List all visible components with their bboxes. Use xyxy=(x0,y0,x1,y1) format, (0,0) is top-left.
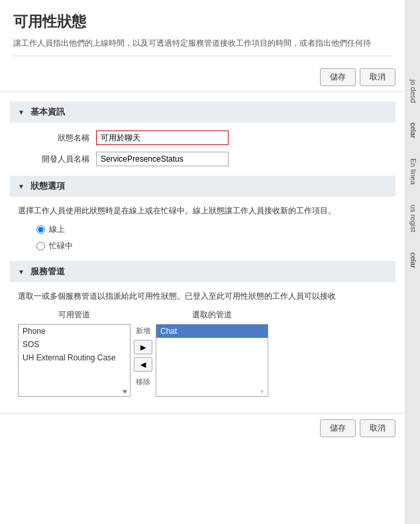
page-wrapper: jo desd celar En linea us regist celar 可… xyxy=(0,0,420,524)
available-channels-label: 可用管道 xyxy=(58,309,90,321)
available-channels-listbox[interactable]: Phone SOS UH External Routing Case ▼ xyxy=(18,324,131,397)
radio-online-input[interactable] xyxy=(36,225,45,234)
remove-button[interactable]: ◀ xyxy=(134,357,152,372)
scroll-down-selected: ▼ xyxy=(259,388,265,395)
service-channels-toggle-icon: ▼ xyxy=(18,268,25,276)
page-title: 可用性狀態 xyxy=(13,12,392,32)
side-panel-text-1: jo desd xyxy=(409,79,417,103)
basic-info-section-header: ▼ 基本資訊 xyxy=(10,101,395,123)
remove-label: 移除 xyxy=(136,377,150,387)
bottom-toolbar: 儲存 取消 xyxy=(0,413,405,443)
side-cancel-2[interactable]: celar xyxy=(409,252,417,268)
status-options-section-header: ▼ 狀態選項 xyxy=(10,176,395,197)
available-channels-column: 可用管道 Phone SOS UH External Routing Case … xyxy=(18,309,131,397)
list-item-phone[interactable]: Phone xyxy=(19,325,130,338)
page-header: 可用性狀態 讓工作人員指出他們的上線時間，以及可透過特定服務管道接收工作項目的時… xyxy=(0,0,405,63)
service-channels-title: 服務管道 xyxy=(30,266,65,276)
service-channels-section-header: ▼ 服務管道 xyxy=(10,261,395,282)
list-item-chat[interactable]: Chat xyxy=(156,325,268,338)
cancel-button-top[interactable]: 取消 xyxy=(360,68,395,86)
selected-channels-label: 選取的管道 xyxy=(192,309,232,321)
side-cancel-1[interactable]: celar xyxy=(409,123,417,138)
status-options-toggle-icon: ▼ xyxy=(18,183,25,190)
developer-name-input[interactable] xyxy=(96,152,229,166)
basic-info-toggle-icon: ▼ xyxy=(18,109,25,116)
basic-info-title: 基本資訊 xyxy=(30,107,65,117)
radio-online[interactable]: 線上 xyxy=(36,224,395,235)
main-content: 可用性狀態 讓工作人員指出他們的上線時間，以及可透過特定服務管道接收工作項目的時… xyxy=(0,0,405,443)
status-name-label: 狀態名稱 xyxy=(23,132,89,144)
radio-busy[interactable]: 忙碌中 xyxy=(36,240,395,252)
side-panel-text-2: En linea xyxy=(409,158,417,185)
selected-channels-column: 選取的管道 Chat ▼ xyxy=(156,309,268,397)
developer-name-row: 開發人員名稱 xyxy=(10,152,395,166)
list-item-sos[interactable]: SOS xyxy=(19,338,130,351)
save-button-top[interactable]: 儲存 xyxy=(320,68,356,86)
selected-channels-listbox[interactable]: Chat ▼ xyxy=(156,324,268,397)
service-channels-description: 選取一或多個服務管道以指派給此可用性狀態。已登入至此可用性狀態的工作人員可以接收 xyxy=(10,290,395,309)
side-panel-text-3: us regist xyxy=(409,205,417,233)
add-label: 新增 xyxy=(136,326,150,336)
status-name-input[interactable] xyxy=(96,131,229,145)
list-item-uh-external[interactable]: UH External Routing Case xyxy=(19,351,130,364)
form-section: ▼ 基本資訊 狀態名稱 開發人員名稱 ▼ 狀態選項 選擇工作人員使用此狀態時是在… xyxy=(10,101,395,407)
channels-container: 可用管道 Phone SOS UH External Routing Case … xyxy=(10,309,395,407)
radio-busy-input[interactable] xyxy=(36,242,45,250)
status-name-row: 狀態名稱 xyxy=(10,131,395,145)
radio-busy-label: 忙碌中 xyxy=(49,240,73,252)
radio-online-label: 線上 xyxy=(49,224,65,235)
status-options-title: 狀態選項 xyxy=(30,181,65,191)
top-toolbar: 儲存 取消 xyxy=(0,63,405,92)
status-radio-group: 線上 忙碌中 xyxy=(10,224,395,252)
cancel-button-bottom[interactable]: 取消 xyxy=(360,419,395,437)
status-options-description: 選擇工作人員使用此狀態時是在線上或在忙碌中。線上狀態讓工作人員接收新的工作項目。 xyxy=(10,205,395,224)
transfer-buttons: 新增 ▶ ◀ 移除 xyxy=(134,326,152,387)
save-button-bottom[interactable]: 儲存 xyxy=(320,419,356,437)
add-button[interactable]: ▶ xyxy=(134,340,152,354)
page-description: 讓工作人員指出他們的上線時間，以及可透過特定服務管道接收工作項目的時間，或者指出… xyxy=(13,37,392,56)
scroll-down-available: ▼ xyxy=(121,388,127,395)
developer-name-label: 開發人員名稱 xyxy=(23,154,89,165)
side-panel-right: jo desd celar En linea us regist celar xyxy=(405,0,420,524)
